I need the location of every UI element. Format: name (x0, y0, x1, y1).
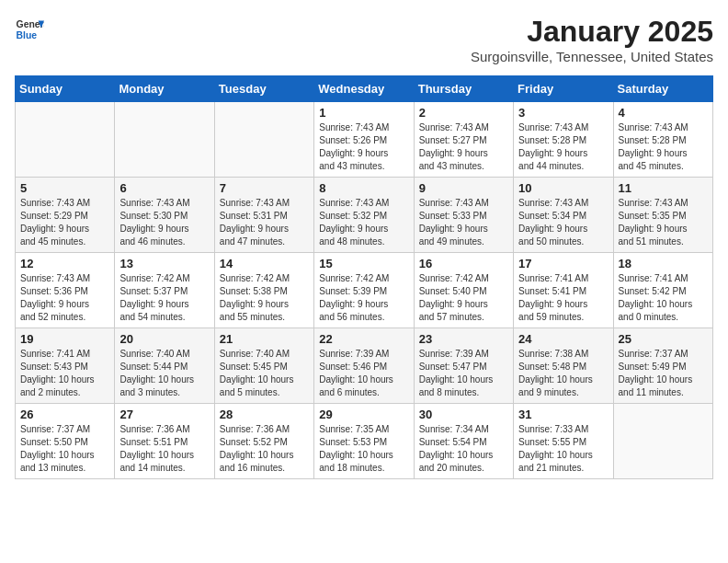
day-header-thursday: Thursday (414, 76, 513, 102)
day-info: Sunrise: 7:43 AM Sunset: 5:32 PM Dayligh… (319, 197, 408, 248)
day-number: 2 (419, 106, 508, 120)
page-header: General Blue January 2025 Surgoinsville,… (15, 15, 713, 64)
calendar-cell: 22Sunrise: 7:39 AM Sunset: 5:46 PM Dayli… (314, 328, 414, 404)
day-number: 20 (119, 332, 209, 346)
calendar-cell: 5Sunrise: 7:43 AM Sunset: 5:29 PM Daylig… (16, 178, 115, 253)
day-info: Sunrise: 7:36 AM Sunset: 5:52 PM Dayligh… (220, 423, 309, 475)
day-info: Sunrise: 7:41 AM Sunset: 5:42 PM Dayligh… (619, 272, 708, 324)
day-number: 29 (319, 408, 408, 421)
day-info: Sunrise: 7:42 AM Sunset: 5:37 PM Dayligh… (119, 272, 209, 324)
day-info: Sunrise: 7:38 AM Sunset: 5:48 PM Dayligh… (518, 348, 608, 399)
day-header-tuesday: Tuesday (214, 76, 313, 102)
day-number: 4 (619, 106, 708, 120)
day-info: Sunrise: 7:43 AM Sunset: 5:28 PM Dayligh… (619, 121, 708, 173)
day-number: 24 (518, 332, 608, 346)
day-number: 13 (119, 257, 209, 270)
day-number: 26 (20, 408, 109, 421)
calendar-cell: 21Sunrise: 7:40 AM Sunset: 5:45 PM Dayli… (214, 328, 313, 404)
day-info: Sunrise: 7:42 AM Sunset: 5:39 PM Dayligh… (319, 272, 408, 324)
day-number: 6 (119, 181, 209, 195)
calendar-cell: 4Sunrise: 7:43 AM Sunset: 5:28 PM Daylig… (613, 102, 712, 178)
calendar-cell: 2Sunrise: 7:43 AM Sunset: 5:27 PM Daylig… (414, 102, 513, 178)
calendar-cell: 7Sunrise: 7:43 AM Sunset: 5:31 PM Daylig… (214, 178, 313, 253)
day-info: Sunrise: 7:43 AM Sunset: 5:29 PM Dayligh… (20, 197, 109, 248)
day-number: 11 (619, 181, 708, 195)
calendar-cell: 18Sunrise: 7:41 AM Sunset: 5:42 PM Dayli… (613, 253, 712, 328)
location-title: Surgoinsville, Tennessee, United States (471, 49, 713, 64)
calendar-cell: 27Sunrise: 7:36 AM Sunset: 5:51 PM Dayli… (115, 404, 214, 479)
day-info: Sunrise: 7:39 AM Sunset: 5:47 PM Dayligh… (419, 348, 508, 399)
day-number: 14 (220, 257, 309, 270)
calendar-cell: 13Sunrise: 7:42 AM Sunset: 5:37 PM Dayli… (115, 253, 214, 328)
day-number: 22 (319, 332, 408, 346)
day-info: Sunrise: 7:41 AM Sunset: 5:41 PM Dayligh… (518, 272, 608, 324)
day-info: Sunrise: 7:37 AM Sunset: 5:50 PM Dayligh… (20, 423, 109, 475)
day-info: Sunrise: 7:43 AM Sunset: 5:27 PM Dayligh… (419, 121, 508, 173)
day-info: Sunrise: 7:42 AM Sunset: 5:40 PM Dayligh… (419, 272, 508, 324)
day-info: Sunrise: 7:39 AM Sunset: 5:46 PM Dayligh… (319, 348, 408, 399)
calendar-table: SundayMondayTuesdayWednesdayThursdayFrid… (15, 75, 713, 479)
calendar-cell: 17Sunrise: 7:41 AM Sunset: 5:41 PM Dayli… (514, 253, 613, 328)
calendar-cell: 19Sunrise: 7:41 AM Sunset: 5:43 PM Dayli… (16, 328, 115, 404)
day-number: 30 (419, 408, 508, 421)
calendar-cell: 25Sunrise: 7:37 AM Sunset: 5:49 PM Dayli… (613, 328, 712, 404)
day-number: 17 (518, 257, 608, 270)
day-number: 15 (319, 257, 408, 270)
calendar-header-row: SundayMondayTuesdayWednesdayThursdayFrid… (16, 76, 713, 102)
day-info: Sunrise: 7:36 AM Sunset: 5:51 PM Dayligh… (119, 423, 209, 475)
day-number: 8 (319, 181, 408, 195)
day-number: 5 (20, 181, 109, 195)
calendar-cell: 15Sunrise: 7:42 AM Sunset: 5:39 PM Dayli… (314, 253, 414, 328)
day-number: 28 (220, 408, 309, 421)
day-number: 1 (319, 106, 408, 120)
day-info: Sunrise: 7:41 AM Sunset: 5:43 PM Dayligh… (20, 348, 109, 399)
calendar-cell: 8Sunrise: 7:43 AM Sunset: 5:32 PM Daylig… (314, 178, 414, 253)
day-info: Sunrise: 7:43 AM Sunset: 5:35 PM Dayligh… (619, 197, 708, 248)
calendar-week-row: 5Sunrise: 7:43 AM Sunset: 5:29 PM Daylig… (16, 178, 713, 253)
calendar-week-row: 19Sunrise: 7:41 AM Sunset: 5:43 PM Dayli… (16, 328, 713, 404)
day-info: Sunrise: 7:40 AM Sunset: 5:44 PM Dayligh… (119, 348, 209, 399)
day-number: 12 (20, 257, 109, 270)
calendar-cell: 28Sunrise: 7:36 AM Sunset: 5:52 PM Dayli… (214, 404, 313, 479)
day-info: Sunrise: 7:35 AM Sunset: 5:53 PM Dayligh… (319, 423, 408, 475)
calendar-week-row: 26Sunrise: 7:37 AM Sunset: 5:50 PM Dayli… (16, 404, 713, 479)
day-number: 21 (220, 332, 309, 346)
calendar-cell: 29Sunrise: 7:35 AM Sunset: 5:53 PM Dayli… (314, 404, 414, 479)
calendar-week-row: 12Sunrise: 7:43 AM Sunset: 5:36 PM Dayli… (16, 253, 713, 328)
day-info: Sunrise: 7:40 AM Sunset: 5:45 PM Dayligh… (220, 348, 309, 399)
calendar-cell (613, 404, 712, 479)
calendar-cell: 10Sunrise: 7:43 AM Sunset: 5:34 PM Dayli… (514, 178, 613, 253)
day-header-friday: Friday (514, 76, 613, 102)
calendar-cell: 11Sunrise: 7:43 AM Sunset: 5:35 PM Dayli… (613, 178, 712, 253)
day-header-saturday: Saturday (613, 76, 712, 102)
day-number: 18 (619, 257, 708, 270)
day-info: Sunrise: 7:33 AM Sunset: 5:55 PM Dayligh… (518, 423, 608, 475)
calendar-cell: 26Sunrise: 7:37 AM Sunset: 5:50 PM Dayli… (16, 404, 115, 479)
calendar-week-row: 1Sunrise: 7:43 AM Sunset: 5:26 PM Daylig… (16, 102, 713, 178)
logo: General Blue (15, 15, 44, 44)
day-header-sunday: Sunday (16, 76, 115, 102)
calendar-cell: 16Sunrise: 7:42 AM Sunset: 5:40 PM Dayli… (414, 253, 513, 328)
calendar-cell: 6Sunrise: 7:43 AM Sunset: 5:30 PM Daylig… (115, 178, 214, 253)
calendar-cell: 12Sunrise: 7:43 AM Sunset: 5:36 PM Dayli… (16, 253, 115, 328)
logo-icon: General Blue (15, 15, 44, 44)
day-info: Sunrise: 7:43 AM Sunset: 5:33 PM Dayligh… (419, 197, 508, 248)
day-number: 10 (518, 181, 608, 195)
calendar-cell (16, 102, 115, 178)
calendar-cell: 1Sunrise: 7:43 AM Sunset: 5:26 PM Daylig… (314, 102, 414, 178)
calendar-cell: 9Sunrise: 7:43 AM Sunset: 5:33 PM Daylig… (414, 178, 513, 253)
day-info: Sunrise: 7:34 AM Sunset: 5:54 PM Dayligh… (419, 423, 508, 475)
calendar-cell: 24Sunrise: 7:38 AM Sunset: 5:48 PM Dayli… (514, 328, 613, 404)
day-info: Sunrise: 7:43 AM Sunset: 5:26 PM Dayligh… (319, 121, 408, 173)
calendar-cell: 31Sunrise: 7:33 AM Sunset: 5:55 PM Dayli… (514, 404, 613, 479)
calendar-cell: 3Sunrise: 7:43 AM Sunset: 5:28 PM Daylig… (514, 102, 613, 178)
day-info: Sunrise: 7:43 AM Sunset: 5:36 PM Dayligh… (20, 272, 109, 324)
day-number: 16 (419, 257, 508, 270)
day-number: 25 (619, 332, 708, 346)
day-header-wednesday: Wednesday (314, 76, 414, 102)
day-info: Sunrise: 7:37 AM Sunset: 5:49 PM Dayligh… (619, 348, 708, 399)
day-info: Sunrise: 7:43 AM Sunset: 5:30 PM Dayligh… (119, 197, 209, 248)
calendar-cell: 20Sunrise: 7:40 AM Sunset: 5:44 PM Dayli… (115, 328, 214, 404)
calendar-cell: 14Sunrise: 7:42 AM Sunset: 5:38 PM Dayli… (214, 253, 313, 328)
calendar-cell (115, 102, 214, 178)
